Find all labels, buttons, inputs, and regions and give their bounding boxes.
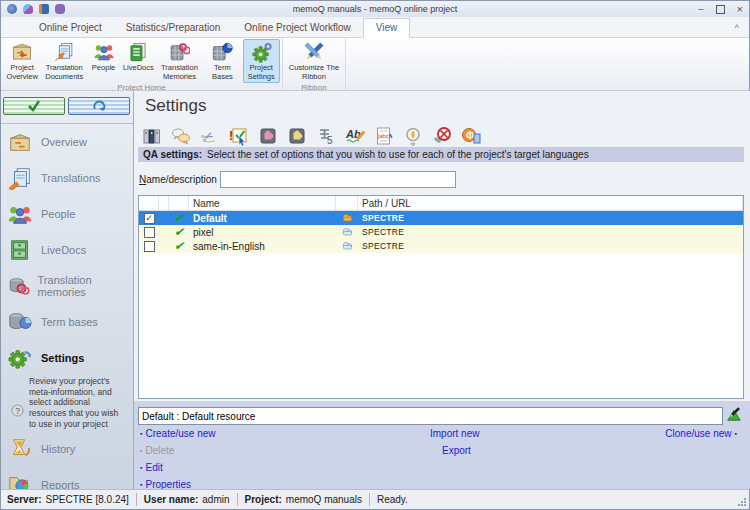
delete-link[interactable]: ▪Delete (140, 445, 174, 456)
sidebar-item-livedocs[interactable]: LiveDocs (1, 232, 133, 268)
settings-gear-icon (7, 346, 33, 370)
name-description-label: Name/description (139, 174, 217, 185)
tab-online-project[interactable]: Online Project (27, 19, 114, 37)
sidebar-item-people[interactable]: People (1, 196, 133, 232)
name-description-label-rest: ame/description (146, 174, 217, 185)
valid-check-icon: ✔ (174, 225, 184, 239)
svg-text:?: ? (15, 406, 20, 416)
sidebar-item-settings[interactable]: Settings (1, 340, 133, 376)
auto-translation-rules-icon[interactable]: 5 (313, 123, 338, 148)
customize-ribbon-button[interactable]: Customize The Ribbon (286, 39, 342, 83)
edit-link[interactable]: ▪Edit (140, 462, 163, 473)
apply-button[interactable] (3, 97, 65, 115)
project-value: memoQ manuals (286, 494, 362, 505)
ribbon: Project Overview Translation Documents (1, 38, 749, 91)
tab-view[interactable]: View (363, 18, 411, 38)
tab-online-project-workflow[interactable]: Online Project Workflow (232, 19, 363, 37)
online-resource-icon (341, 241, 354, 251)
people-button[interactable]: People (87, 39, 120, 83)
status-message: Ready. (377, 494, 408, 505)
ribbon-tab-bar: Online Project Statistics/Preparation On… (1, 17, 749, 38)
edit-pencil-icon (726, 406, 742, 422)
minimize-button[interactable]: – (699, 4, 704, 14)
font-substitution-icon[interactable]: Φ (458, 123, 483, 148)
server-label: Server: (7, 494, 41, 505)
translation-memories-icon (7, 274, 30, 298)
clone-use-new-link[interactable]: Clone/use new▪ (665, 428, 737, 439)
valid-check-icon: ✔ (174, 239, 184, 253)
window-title: memoQ manuals - memoQ online project (1, 4, 749, 14)
sidebar-item-overview[interactable]: Overview (1, 124, 133, 160)
edit-resource-button[interactable] (725, 405, 743, 423)
table-row[interactable]: ✓ ✔ Default SPECTRE (139, 211, 743, 225)
quick-access-toolbar (7, 4, 65, 14)
online-resource-icon (341, 227, 354, 237)
title-bar: memoQ manuals - memoQ online project – × (1, 1, 749, 17)
resource-path: SPECTRE (358, 241, 743, 251)
tab-statistics-preparation[interactable]: Statistics/Preparation (114, 19, 233, 37)
valid-check-icon: ✔ (174, 211, 184, 225)
forbidden-terms-icon[interactable] (429, 123, 454, 148)
check-icon (27, 100, 41, 112)
row-checkbox[interactable] (144, 227, 155, 238)
sidebar: Overview Translations People (1, 91, 134, 489)
project-settings-icon (250, 41, 272, 63)
table-row[interactable]: ✔ same-in-English SPECTRE (139, 239, 743, 253)
history-icon (7, 437, 33, 461)
gear-icon[interactable] (55, 4, 65, 14)
export-link[interactable]: Export (442, 445, 471, 456)
general-settings-icon[interactable] (139, 123, 164, 148)
ribbon-group-project-home: Project Overview Translation Documents (1, 38, 283, 90)
table-row[interactable]: ✔ pixel SPECTRE (139, 225, 743, 239)
column-header-name[interactable]: Name (189, 196, 336, 210)
people-icon (7, 202, 33, 226)
maximize-button[interactable] (716, 5, 725, 14)
segmentation-rules-icon[interactable]: ✂ (197, 123, 222, 148)
sidebar-item-term-bases[interactable]: Term bases (1, 304, 133, 340)
resize-grip[interactable] (737, 497, 747, 507)
translations-icon (7, 166, 33, 190)
name-description-input[interactable] (220, 171, 456, 188)
sidebar-item-translation-memories[interactable]: Translation memories (1, 268, 133, 304)
project-settings-button[interactable]: Project Settings (243, 39, 281, 83)
svg-text:!: ! (229, 128, 233, 143)
notebook-icon[interactable] (39, 4, 49, 14)
communication-settings-icon[interactable] (168, 123, 193, 148)
sidebar-item-translations[interactable]: Translations (1, 160, 133, 196)
term-bases-button[interactable]: Term Bases (202, 39, 242, 83)
overview-icon (7, 130, 33, 154)
table-header: Name Path / URL (139, 196, 743, 211)
refresh-button[interactable] (68, 97, 130, 115)
project-overview-icon (11, 41, 33, 63)
app-window: memoQ manuals - memoQ online project – ×… (0, 0, 750, 510)
row-checkbox[interactable] (144, 241, 155, 252)
livedocs-button[interactable]: LiveDocs (120, 39, 157, 83)
create-use-new-link[interactable]: ▪Create/use new (140, 428, 216, 439)
tm-settings-icon[interactable] (255, 123, 280, 148)
column-header-path-url[interactable]: Path / URL (358, 196, 743, 210)
collapse-ribbon-icon[interactable]: ^ (735, 23, 739, 33)
svg-text:5: 5 (327, 135, 333, 146)
settings-tab-strip: ✂ ! (139, 123, 483, 148)
sidebar-item-history[interactable]: History (1, 431, 133, 467)
project-overview-button[interactable]: Project Overview (3, 39, 41, 83)
resource-name: Default (189, 213, 336, 224)
people-icon[interactable] (23, 4, 33, 14)
resource-path: SPECTRE (358, 213, 743, 223)
settings-pane: Settings ✂ (134, 91, 750, 489)
import-new-link[interactable]: Import new (430, 428, 479, 439)
sidebar-toolbar (1, 91, 133, 124)
selected-resource-field[interactable] (138, 407, 723, 425)
row-checkbox-checked[interactable]: ✓ (144, 213, 155, 224)
autocorrect-icon[interactable] (400, 123, 425, 148)
close-button[interactable]: × (737, 3, 743, 15)
user-label: User name: (144, 494, 198, 505)
ignore-lists-icon[interactable]: Ab (342, 123, 367, 148)
translation-memories-button[interactable]: Translation Memories (157, 39, 203, 83)
livedocs-settings-icon[interactable] (284, 123, 309, 148)
non-translatables-icon[interactable]: [abc] (371, 123, 396, 148)
memoq-logo-icon[interactable] (7, 4, 17, 14)
resource-name: same-in-English (189, 241, 336, 252)
translation-documents-button[interactable]: Translation Documents (41, 39, 87, 83)
qa-settings-icon[interactable]: ! (226, 123, 251, 148)
